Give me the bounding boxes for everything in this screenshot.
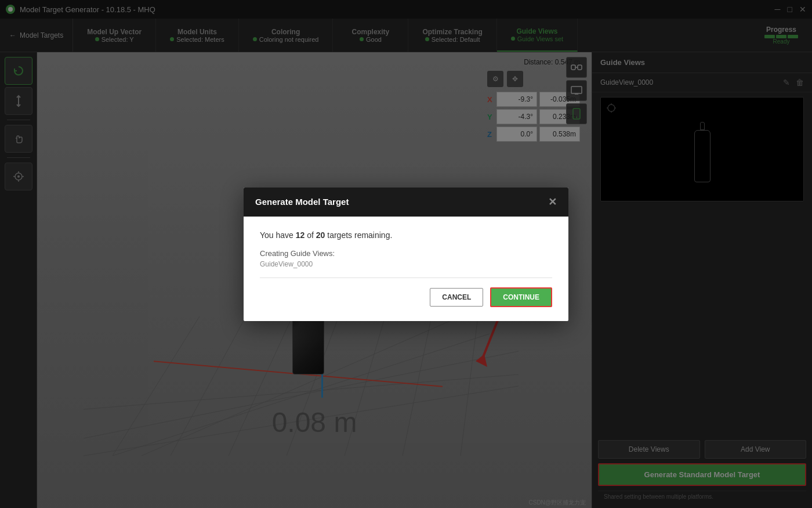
dialog-title: Generate Model Target — [255, 197, 349, 207]
dialog-actions: CANCEL CONTINUE — [260, 287, 552, 309]
cancel-button[interactable]: CANCEL — [430, 288, 483, 307]
dialog-overlay: Generate Model Target ✕ You have 12 of 2… — [0, 0, 812, 508]
dialog-main-text: You have 12 of 20 targets remaining. — [260, 230, 552, 240]
dialog-guide-view-name: GuideView_0000 — [260, 260, 552, 268]
continue-button[interactable]: CONTINUE — [490, 287, 552, 307]
dialog-targets-count: 12 — [296, 230, 305, 240]
dialog-creating-label: Creating Guide Views: — [260, 249, 552, 258]
dialog-divider — [260, 278, 552, 278]
dialog-targets-total: 20 — [316, 230, 325, 240]
dialog-close-button[interactable]: ✕ — [548, 196, 557, 208]
dialog: Generate Model Target ✕ You have 12 of 2… — [244, 188, 568, 321]
dialog-body: You have 12 of 20 targets remaining. Cre… — [244, 217, 568, 321]
dialog-header: Generate Model Target ✕ — [244, 188, 568, 217]
